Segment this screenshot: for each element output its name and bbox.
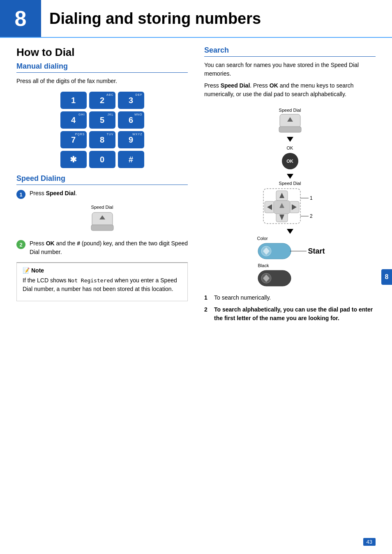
dial-key-3: 3DEF bbox=[118, 92, 144, 109]
dialpad-row-4: ✱ 0 # bbox=[57, 151, 148, 168]
arrow-1 bbox=[287, 137, 293, 142]
dial-key-hash: # bbox=[118, 151, 144, 168]
svg-rect-2 bbox=[91, 225, 113, 231]
numbered-item-2: 2 To search alphabetically, you can use … bbox=[204, 305, 376, 323]
manual-dialing-section: Manual dialing Press all of the digits o… bbox=[16, 62, 188, 168]
step-1: 1 Press Speed Dial. bbox=[16, 189, 188, 199]
speed-dial-label-1: Speed Dial bbox=[86, 205, 119, 210]
arrow-3 bbox=[287, 229, 293, 234]
search-speed-dial-1: Speed Dial bbox=[276, 107, 304, 134]
start-buttons-section: Color Start bbox=[249, 235, 331, 287]
search-diagram: Speed Dial OK OK Speed Dial bbox=[249, 105, 331, 287]
numbered-item-1: 1 To search numerically. bbox=[204, 293, 376, 302]
step-1-text: Press Speed Dial. bbox=[30, 189, 188, 198]
dial-key-5: 5JKL bbox=[89, 111, 115, 129]
dialpad: 1 2ABC 3DEF 4GHI 5JKL 6MNO 7PQRS 8TUV 9W… bbox=[57, 92, 148, 168]
svg-text:1: 1 bbox=[310, 195, 313, 201]
dial-key-0: 0 bbox=[89, 151, 115, 168]
step-1-circle: 1 bbox=[16, 190, 25, 199]
search-ok-label: OK bbox=[287, 145, 293, 150]
dial-key-4: 4GHI bbox=[60, 111, 87, 129]
dial-key-6: 6MNO bbox=[118, 111, 144, 129]
search-sd-btn-svg-1 bbox=[276, 113, 304, 134]
dial-key-9: 9WXYZ bbox=[118, 131, 144, 148]
svg-text:2: 2 bbox=[310, 213, 313, 219]
arrow-2 bbox=[287, 174, 293, 179]
note-icon: 📝 bbox=[23, 267, 30, 274]
speed-dialing-section: Speed Dialing 1 Press Speed Dial. Speed … bbox=[16, 174, 188, 301]
black-start-btn-row bbox=[257, 270, 302, 287]
dialpad-row-2: 4GHI 5JKL 6MNO bbox=[57, 111, 148, 129]
search-title: Search bbox=[204, 46, 376, 57]
nav-pad-svg: 1 2 bbox=[261, 187, 319, 228]
manual-dialing-description: Press all of the digits of the fax numbe… bbox=[16, 77, 188, 85]
search-ok-section: OK OK bbox=[282, 145, 298, 171]
dial-key-8: 8TUV bbox=[89, 131, 115, 148]
speed-dialing-title: Speed Dialing bbox=[16, 174, 188, 185]
search-ok-btn: OK bbox=[282, 153, 298, 169]
right-column: Search You can search for names you have… bbox=[204, 46, 376, 326]
search-para1: You can search for names you have stored… bbox=[204, 61, 376, 78]
nav-pad-container: 1 2 bbox=[261, 187, 319, 228]
search-speed-dial-2-section: Speed Dial bbox=[257, 180, 323, 228]
black-btn-svg bbox=[257, 270, 302, 287]
color-label: Color bbox=[257, 236, 268, 241]
sidebar-tab-8: 8 bbox=[381, 269, 392, 285]
step-2: 2 Press OK and the # (pound) key, and th… bbox=[16, 239, 188, 256]
dialpad-row-1: 1 2ABC 3DEF bbox=[57, 92, 148, 109]
step-2-text: Press OK and the # (pound) key, and then… bbox=[30, 239, 188, 256]
manual-dialing-title: Manual dialing bbox=[16, 62, 188, 73]
dial-key-star: ✱ bbox=[60, 151, 87, 168]
numbered-items: 1 To search numerically. 2 To search alp… bbox=[204, 293, 376, 323]
page-number: 43 bbox=[363, 538, 376, 546]
dial-key-7: 7PQRS bbox=[60, 131, 87, 148]
search-para2: Press Speed Dial. Press OK and the menu … bbox=[204, 81, 376, 99]
speed-dial-button-svg bbox=[88, 210, 117, 233]
dial-key-1: 1 bbox=[60, 92, 87, 109]
start-line-svg bbox=[290, 247, 315, 256]
note-content: If the LCD shows Not Registered when you… bbox=[23, 276, 182, 293]
dial-key-2: 2ABC bbox=[89, 92, 115, 109]
main-title: How to Dial bbox=[16, 46, 188, 59]
left-column: How to Dial Manual dialing Press all of … bbox=[16, 46, 188, 326]
chapter-title: Dialing and storing numbers bbox=[41, 10, 261, 28]
svg-rect-5 bbox=[279, 127, 301, 132]
search-speed-dial-label-1: Speed Dial bbox=[279, 108, 301, 113]
search-section: Search You can search for names you have… bbox=[204, 46, 376, 323]
chapter-number: 8 bbox=[0, 0, 41, 37]
note-title: 📝 Note bbox=[23, 267, 182, 274]
page-header: 8 Dialing and storing numbers bbox=[0, 0, 392, 38]
note-box: 📝 Note If the LCD shows Not Registered w… bbox=[16, 262, 188, 301]
content-area: How to Dial Manual dialing Press all of … bbox=[0, 46, 392, 326]
step-2-circle: 2 bbox=[16, 240, 25, 249]
black-label: Black bbox=[257, 263, 269, 268]
dialpad-row-3: 7PQRS 8TUV 9WXYZ bbox=[57, 131, 148, 148]
color-start-btn-row: Start bbox=[257, 242, 302, 260]
search-speed-dial-label-2: Speed Dial bbox=[257, 181, 323, 186]
speed-dial-illustration-1: Speed Dial bbox=[86, 205, 119, 234]
